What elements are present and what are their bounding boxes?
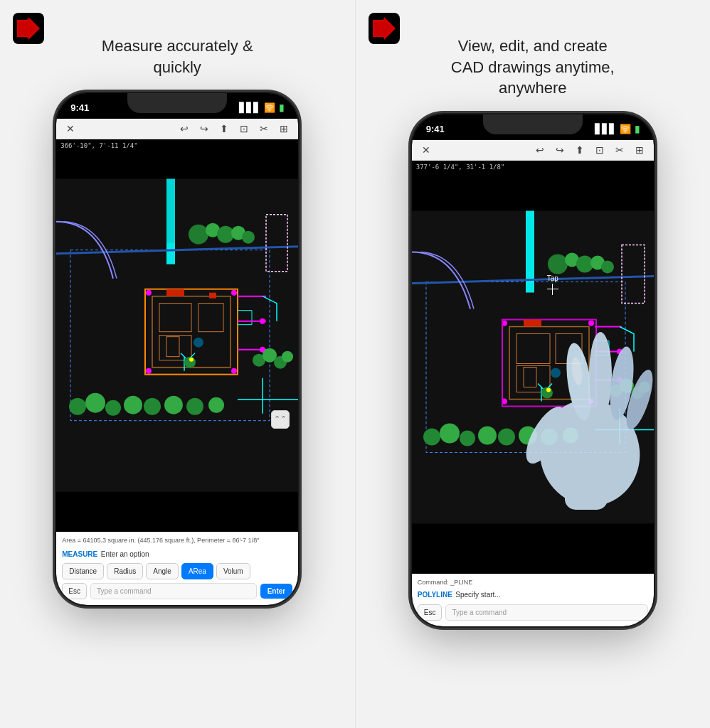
left-cad-canvas: 366'-10", 7'-11 1/4" — [56, 139, 298, 531]
svg-point-71 — [440, 424, 460, 444]
svg-point-73 — [478, 427, 497, 445]
right-status-icons: ▋▋▋ 🛜 ▮ — [595, 124, 640, 134]
svg-point-26 — [85, 393, 105, 413]
left-phone-bottom: Area = 64105.3 square in. (445.176 squar… — [56, 532, 298, 606]
redo-icon[interactable]: ↪ — [197, 122, 211, 136]
svg-point-24 — [194, 338, 203, 348]
right-scissors-icon[interactable]: ✂ — [613, 143, 627, 157]
left-panel-title: Measure accurately & quickly — [102, 36, 253, 77]
svg-point-32 — [208, 397, 224, 413]
command-input[interactable]: Type a command — [90, 583, 257, 599]
distance-button[interactable]: Distance — [62, 563, 104, 579]
command-text: Enter an option — [101, 550, 149, 558]
right-phone-notch — [483, 114, 583, 134]
left-phone-notch — [127, 93, 227, 113]
right-save-icon[interactable]: ⊡ — [593, 143, 607, 157]
left-status-icons: ▋▋▋ 🛜 ▮ — [239, 102, 284, 113]
angle-button[interactable]: Angle — [146, 563, 179, 579]
svg-point-55 — [601, 261, 614, 274]
share-icon[interactable]: ⬆ — [217, 122, 231, 136]
svg-point-6 — [189, 225, 208, 245]
radius-button[interactable]: Radius — [107, 563, 143, 579]
right-close-icon[interactable]: ✕ — [419, 143, 433, 157]
scissors-icon[interactable]: ✂ — [257, 122, 271, 136]
toolbar-icons-group: ↩ ↪ ⬆ ⊡ ✂ ⊞ — [177, 122, 291, 136]
svg-point-79 — [546, 388, 551, 392]
right-command-input[interactable]: Type a command — [445, 604, 647, 621]
right-esc-button[interactable]: Esc — [418, 604, 443, 621]
right-toolbar-group: ↩ ↪ ⬆ ⊡ ✂ ⊞ — [533, 143, 647, 157]
svg-point-74 — [498, 429, 515, 446]
svg-point-76 — [541, 429, 558, 446]
right-panel-title: View, edit, and create CAD drawings anyt… — [451, 36, 615, 99]
svg-point-51 — [548, 255, 568, 274]
svg-point-70 — [423, 429, 440, 446]
crosshair-icon — [547, 284, 558, 295]
volume-button[interactable]: Volum — [216, 563, 250, 579]
left-phone-screen: 9:41 ▋▋▋ 🛜 ▮ ✕ ↩ ↪ ⬆ ⊡ ✂ ⊞ — [56, 93, 298, 605]
enter-button[interactable]: Enter — [260, 584, 293, 599]
right-time: 9:41 — [426, 124, 445, 134]
left-phone-frame: 9:41 ▋▋▋ 🛜 ▮ ✕ ↩ ↪ ⬆ ⊡ ✂ ⊞ — [56, 93, 298, 605]
left-coords: 366'-10", 7'-11 1/4" — [60, 142, 137, 149]
svg-point-13 — [231, 290, 237, 296]
close-icon[interactable]: ✕ — [63, 122, 78, 136]
left-panel: Measure accurately & quickly 9:41 ▋▋▋ 🛜 … — [0, 0, 356, 728]
right-command-line: POLYLINE Specify start... — [418, 587, 648, 600]
svg-point-89 — [639, 382, 650, 393]
fullscreen-icon[interactable]: ⊞ — [277, 122, 291, 136]
command-label: MEASURE — [62, 550, 97, 558]
right-undo-icon[interactable]: ↩ — [533, 143, 547, 157]
esc-button[interactable]: Esc — [62, 583, 87, 599]
wifi-icon-right: 🛜 — [620, 124, 631, 134]
right-cad-canvas: 377'-6 1/4", 31'-1 1/8" Tap — [412, 161, 654, 574]
option-buttons: Distance Radius Angle ARea Volum — [62, 563, 292, 579]
left-time: 9:41 — [70, 102, 89, 113]
svg-point-34 — [189, 358, 194, 362]
right-phone-frame: 9:41 ▋▋▋ 🛜 ▮ ✕ ↩ ↪ ⬆ ⊡ ✂ ⊞ — [412, 114, 654, 626]
right-toolbar: ✕ ↩ ↪ ⬆ ⊡ ✂ ⊞ — [412, 140, 654, 161]
svg-rect-35 — [166, 289, 184, 296]
measure-result: Area = 64105.3 square in. (445.176 squar… — [62, 537, 292, 545]
svg-point-27 — [105, 400, 121, 416]
chevron-up-icon: ⌃⌃ — [274, 414, 287, 424]
save-icon[interactable]: ⊡ — [237, 122, 251, 136]
signal-icon-right: ▋▋▋ — [595, 124, 616, 134]
svg-point-29 — [144, 398, 161, 415]
svg-rect-80 — [524, 320, 541, 327]
right-redo-icon[interactable]: ↪ — [553, 143, 567, 157]
battery-icon-right: ▮ — [635, 124, 640, 134]
scroll-up-button[interactable]: ⌃⌃ — [271, 410, 290, 429]
svg-point-14 — [146, 368, 152, 374]
tap-indicator: Tap — [547, 274, 558, 295]
svg-point-31 — [186, 398, 203, 415]
app-logo-right — [369, 13, 400, 44]
tap-label: Tap — [547, 274, 558, 282]
svg-point-77 — [563, 428, 578, 444]
right-fullscreen-icon[interactable]: ⊞ — [632, 143, 647, 157]
svg-point-12 — [146, 290, 152, 296]
svg-rect-4 — [166, 179, 175, 243]
right-command-label: POLYLINE — [418, 591, 452, 599]
right-command-text: Specify start... — [455, 591, 500, 599]
svg-point-25 — [69, 398, 86, 415]
svg-point-75 — [519, 427, 537, 445]
svg-point-15 — [231, 368, 237, 374]
undo-icon[interactable]: ↩ — [177, 122, 191, 136]
right-share-icon[interactable]: ⬆ — [573, 143, 587, 157]
right-command-input-row: Esc Type a command — [418, 604, 648, 621]
right-coords: 377'-6 1/4", 31'-1 1/8" — [416, 164, 505, 171]
wifi-icon: 🛜 — [264, 102, 275, 113]
svg-point-45 — [282, 351, 293, 363]
right-phone-screen: 9:41 ▋▋▋ 🛜 ▮ ✕ ↩ ↪ ⬆ ⊡ ✂ ⊞ — [412, 114, 654, 626]
svg-point-69 — [551, 368, 561, 378]
svg-point-72 — [460, 431, 475, 446]
left-toolbar: ✕ ↩ ↪ ⬆ ⊡ ✂ ⊞ — [56, 119, 298, 139]
app-logo-left — [13, 13, 44, 44]
right-phone-bottom: Command: _PLINE POLYLINE Specify start..… — [412, 574, 654, 626]
svg-rect-36 — [209, 293, 216, 299]
svg-point-30 — [164, 396, 183, 414]
area-button[interactable]: ARea — [181, 563, 213, 579]
right-panel: View, edit, and create CAD drawings anyt… — [356, 0, 711, 728]
battery-icon: ▮ — [279, 102, 284, 113]
